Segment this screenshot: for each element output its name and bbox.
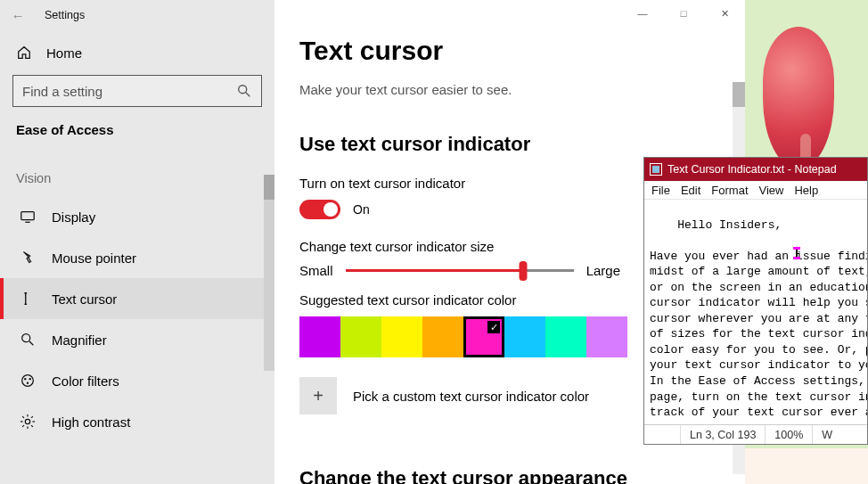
settings-sidebar: ← Settings Home Find a setting Ease of A… bbox=[0, 0, 274, 484]
custom-color-label: Pick a custom text cursor indicator colo… bbox=[353, 389, 589, 404]
high-contrast-icon bbox=[20, 414, 36, 430]
svg-point-6 bbox=[22, 375, 34, 387]
custom-color-button[interactable]: + bbox=[299, 377, 337, 414]
notepad-statusbar: Ln 3, Col 193 100% W bbox=[644, 424, 867, 444]
back-icon[interactable]: ← bbox=[5, 8, 30, 23]
nav-item-mouse-pointer[interactable]: Mouse pointer bbox=[0, 237, 274, 278]
size-slider[interactable] bbox=[346, 269, 574, 272]
status-encoding: W bbox=[812, 425, 841, 444]
section-heading: Use text cursor indicator bbox=[299, 133, 745, 156]
svg-line-5 bbox=[29, 341, 34, 346]
magnifier-icon bbox=[20, 332, 36, 348]
category-label: Ease of Access bbox=[0, 119, 274, 153]
notepad-window: Text Cursor Indicator.txt - Notepad File… bbox=[643, 157, 868, 445]
nav-item-magnifier[interactable]: Magnifier bbox=[0, 319, 274, 360]
home-label: Home bbox=[46, 45, 82, 61]
color-swatch[interactable] bbox=[545, 316, 586, 357]
document-icon bbox=[650, 163, 662, 176]
text-cursor-icon bbox=[20, 291, 36, 307]
color-swatch[interactable] bbox=[586, 316, 627, 357]
notepad-titlebar[interactable]: Text Cursor Indicator.txt - Notepad bbox=[644, 158, 867, 181]
close-button[interactable]: ✕ bbox=[704, 0, 745, 27]
status-position: Ln 3, Col 193 bbox=[680, 425, 765, 444]
indicator-toggle[interactable] bbox=[299, 200, 340, 219]
maximize-button[interactable]: □ bbox=[663, 0, 704, 27]
nav-item-high-contrast[interactable]: High contrast bbox=[0, 401, 274, 442]
color-swatch[interactable] bbox=[381, 316, 422, 357]
text-cursor-indicator bbox=[793, 247, 800, 259]
svg-line-1 bbox=[246, 93, 250, 97]
mouse-pointer-icon bbox=[20, 250, 36, 266]
svg-line-17 bbox=[22, 425, 24, 427]
notepad-text: Hello Insiders, Have you ever had an iss… bbox=[650, 218, 867, 420]
check-icon: ✓ bbox=[487, 321, 500, 333]
section-heading-clipped: Change the text cursor appearance bbox=[299, 469, 656, 484]
color-swatch[interactable] bbox=[422, 316, 463, 357]
nav-item-label: Mouse pointer bbox=[52, 250, 136, 266]
svg-line-16 bbox=[31, 425, 33, 427]
svg-point-7 bbox=[24, 378, 26, 380]
color-swatch[interactable] bbox=[299, 316, 340, 357]
svg-point-9 bbox=[27, 382, 29, 384]
menu-view[interactable]: View bbox=[759, 184, 784, 197]
svg-point-4 bbox=[22, 334, 30, 342]
search-icon bbox=[236, 83, 252, 99]
notepad-body[interactable]: Hello Insiders, Have you ever had an iss… bbox=[644, 200, 867, 424]
menu-help[interactable]: Help bbox=[794, 184, 818, 197]
page-subtitle: Make your text cursor easier to see. bbox=[299, 82, 745, 97]
search-placeholder: Find a setting bbox=[22, 84, 102, 99]
svg-point-10 bbox=[25, 419, 29, 423]
svg-point-8 bbox=[29, 378, 31, 380]
nav-item-label: Text cursor bbox=[52, 291, 117, 307]
color-swatch[interactable] bbox=[340, 316, 381, 357]
sidebar-scrollbar[interactable] bbox=[264, 175, 274, 371]
nav-item-label: Color filters bbox=[52, 373, 119, 389]
nav-item-display[interactable]: Display bbox=[0, 196, 274, 237]
notepad-title: Text Cursor Indicator.txt - Notepad bbox=[667, 163, 837, 176]
color-swatch[interactable] bbox=[504, 316, 545, 357]
svg-line-18 bbox=[31, 416, 33, 418]
size-min-label: Small bbox=[299, 263, 333, 278]
svg-line-15 bbox=[22, 416, 24, 418]
toggle-state: On bbox=[353, 202, 370, 217]
home-icon bbox=[16, 45, 32, 61]
page-title: Text cursor bbox=[299, 36, 745, 66]
minimize-button[interactable]: — bbox=[622, 0, 663, 27]
menu-file[interactable]: File bbox=[651, 184, 670, 197]
settings-window: ← Settings Home Find a setting Ease of A… bbox=[0, 0, 745, 484]
nav-item-text-cursor[interactable]: Text cursor bbox=[0, 278, 274, 319]
color-swatch[interactable]: ✓ bbox=[463, 316, 504, 357]
nav-item-label: High contrast bbox=[52, 414, 130, 430]
color-filters-icon bbox=[20, 373, 36, 389]
menu-edit[interactable]: Edit bbox=[681, 184, 700, 197]
home-nav[interactable]: Home bbox=[0, 30, 274, 75]
group-label: Vision bbox=[0, 153, 274, 196]
svg-rect-2 bbox=[21, 212, 34, 220]
notepad-menubar: FileEditFormatViewHelp bbox=[644, 181, 867, 200]
status-zoom: 100% bbox=[765, 425, 812, 444]
nav-item-color-filters[interactable]: Color filters bbox=[0, 360, 274, 401]
nav-item-label: Magnifier bbox=[52, 332, 107, 348]
display-icon bbox=[20, 209, 36, 225]
nav-item-label: Display bbox=[52, 209, 95, 225]
size-max-label: Large bbox=[586, 263, 620, 278]
menu-format[interactable]: Format bbox=[711, 184, 748, 197]
svg-point-0 bbox=[239, 86, 247, 94]
search-input[interactable]: Find a setting bbox=[12, 75, 262, 107]
window-title: Settings bbox=[45, 9, 85, 21]
